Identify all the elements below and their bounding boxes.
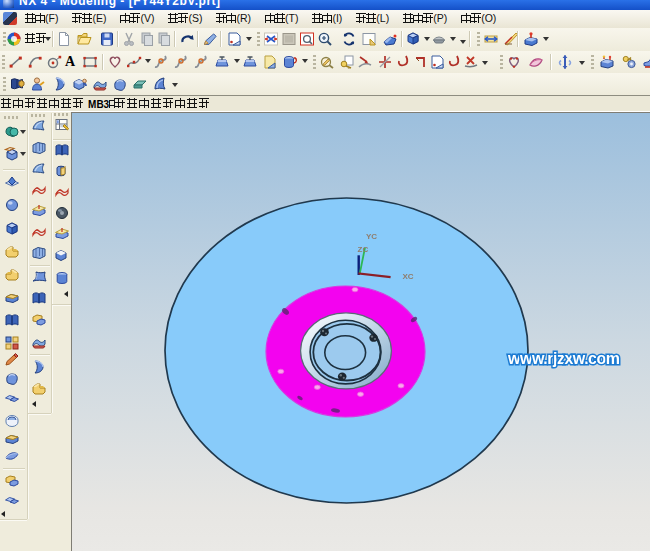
svg-text:www.rjzxw.com: www.rjzxw.com (507, 350, 620, 367)
svg-text:XC: XC (403, 272, 414, 281)
svg-text:ZC: ZC (358, 245, 369, 254)
svg-text:YC: YC (366, 232, 377, 241)
